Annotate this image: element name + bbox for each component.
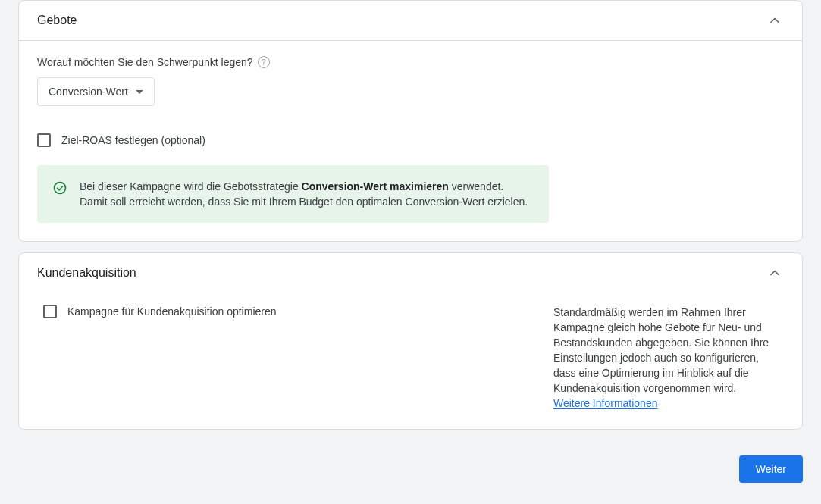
next-button[interactable]: Weiter: [739, 455, 803, 483]
acquisition-card-header[interactable]: Kundenakquisition: [19, 253, 802, 293]
bidding-card-header[interactable]: Gebote: [19, 1, 802, 40]
info-prefix: Bei dieser Kampagne wird die Gebotsstrat…: [80, 180, 302, 193]
chevron-up-icon[interactable]: [766, 264, 784, 282]
focus-label-row: Worauf möchten Sie den Schwerpunkt legen…: [37, 56, 784, 68]
acquisition-title: Kundenakquisition: [37, 266, 136, 280]
optimize-acquisition-label: Kampagne für Kundenakquisition optimiere…: [67, 305, 277, 318]
bidding-body: Worauf möchten Sie den Schwerpunkt legen…: [19, 41, 802, 241]
footer: Weiter: [18, 440, 803, 498]
strategy-info-box: Bei dieser Kampagne wird die Gebotsstrat…: [37, 165, 549, 223]
check-circle-icon: [52, 180, 67, 196]
acquisition-body: Kampagne für Kundenakquisition optimiere…: [19, 293, 802, 429]
optimize-acquisition-row[interactable]: Kampagne für Kundenakquisition optimiere…: [43, 305, 538, 318]
focus-select-value: Conversion-Wert: [49, 86, 128, 98]
focus-label: Worauf möchten Sie den Schwerpunkt legen…: [37, 56, 253, 68]
acquisition-description: Standardmäßig werden im Rahmen Ihrer Kam…: [553, 306, 769, 394]
acquisition-left: Kampagne für Kundenakquisition optimiere…: [43, 305, 538, 411]
bidding-card: Gebote Worauf möchten Sie den Schwerpunk…: [18, 0, 803, 242]
target-roas-row[interactable]: Ziel-ROAS festlegen (optional): [37, 133, 784, 147]
focus-select[interactable]: Conversion-Wert: [37, 77, 155, 106]
caret-down-icon: [136, 90, 143, 94]
acquisition-card: Kundenakquisition Kampagne für Kundenakq…: [18, 252, 803, 430]
target-roas-label: Ziel-ROAS festlegen (optional): [61, 134, 205, 146]
optimize-acquisition-checkbox[interactable]: [43, 305, 57, 318]
svg-point-0: [55, 183, 66, 194]
chevron-up-icon[interactable]: [766, 11, 784, 30]
help-icon[interactable]: ?: [258, 56, 270, 68]
bidding-title: Gebote: [37, 14, 77, 27]
acquisition-description-panel: Standardmäßig werden im Rahmen Ihrer Kam…: [553, 305, 784, 411]
target-roas-checkbox[interactable]: [37, 133, 51, 147]
strategy-info-text: Bei dieser Kampagne wird die Gebotsstrat…: [80, 179, 534, 209]
learn-more-link[interactable]: Weitere Informationen: [553, 397, 657, 409]
info-strategy: Conversion-Wert maximieren: [302, 180, 449, 193]
